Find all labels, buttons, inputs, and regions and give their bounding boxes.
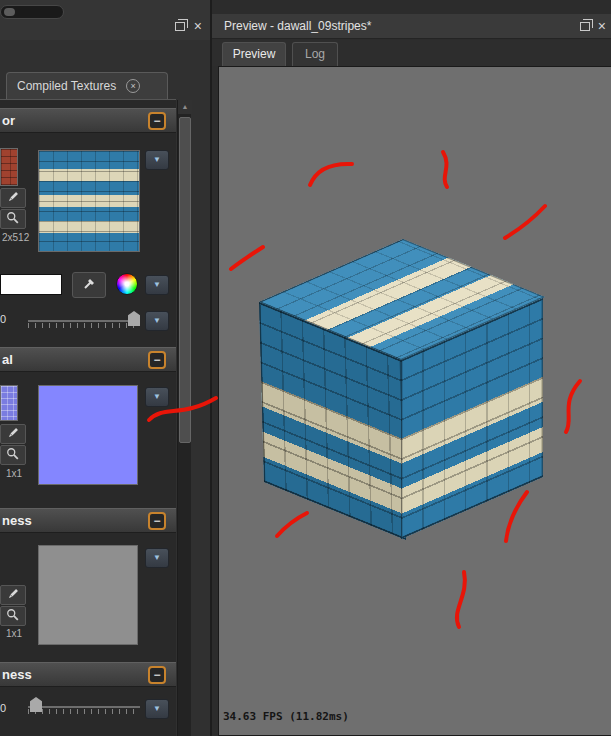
magnifier-icon [6, 211, 20, 228]
normal-texture-thumbnail-small[interactable] [0, 385, 18, 421]
normal-zoom-texture-button[interactable] [0, 445, 26, 465]
color-texture-size-label: 2x512 [2, 232, 29, 243]
preview-title: Preview - dawall_09stripes* [224, 19, 371, 33]
preview-tabbar: Preview Log [212, 40, 611, 66]
roughness-texture-size-label: 1x1 [6, 628, 22, 639]
roughness-texture-dropdown[interactable]: ▼ [145, 548, 169, 568]
mini-scrollbar[interactable] [0, 5, 64, 19]
left-panel-titlebar: × [0, 0, 210, 40]
section-header-metalness: ness − [0, 662, 176, 687]
eyedropper-button[interactable] [72, 272, 106, 298]
color-edit-texture-button[interactable] [0, 188, 26, 208]
section-title-roughness: ness [2, 513, 32, 528]
pencil-icon [6, 426, 20, 443]
normal-texture-dropdown[interactable]: ▼ [145, 387, 169, 407]
eyedropper-icon [81, 276, 97, 295]
color-slider-dropdown[interactable]: ▼ [145, 311, 169, 331]
float-panel-icon[interactable] [580, 22, 590, 31]
metalness-slider-ticks [28, 709, 140, 714]
color-slider-track[interactable] [28, 320, 140, 322]
close-panel-icon[interactable]: × [598, 19, 606, 33]
close-panel-icon[interactable]: × [194, 19, 202, 33]
tab-compiled-textures-label: Compiled Textures [17, 79, 116, 93]
metalness-slider-dropdown[interactable]: ▼ [145, 699, 169, 719]
section-title-normal: al [2, 352, 13, 367]
preview-panel: Preview - dawall_09stripes* × Preview Lo… [210, 0, 611, 736]
tab-preview[interactable]: Preview [222, 42, 286, 66]
pencil-icon [6, 587, 20, 604]
pencil-icon [6, 190, 20, 207]
section-title-metalness: ness [2, 667, 32, 682]
magnifier-icon [6, 447, 20, 464]
magnifier-icon [6, 608, 20, 625]
collapse-roughness-button[interactable]: − [148, 512, 166, 530]
material-editor-panel: × Compiled Textures × or − ▼ 2x512 ▼ 0 ▼… [0, 0, 210, 736]
preview-viewport[interactable]: 34.63 FPS (11.82ms) [218, 66, 611, 736]
color-texture-thumbnail-small[interactable] [0, 148, 18, 186]
collapse-color-button[interactable]: − [148, 112, 166, 130]
color-value-dropdown[interactable]: ▼ [145, 275, 169, 295]
color-texture-dropdown[interactable]: ▼ [145, 150, 169, 170]
section-title-color: or [2, 113, 15, 128]
color-zoom-texture-button[interactable] [0, 209, 26, 229]
normal-texture-size-label: 1x1 [6, 468, 22, 479]
collapse-normal-button[interactable]: − [148, 351, 166, 369]
color-wheel-button[interactable] [116, 273, 138, 295]
metalness-slider-value: 0 [0, 702, 6, 714]
float-panel-icon[interactable] [175, 22, 185, 31]
collapse-metalness-button[interactable]: − [148, 666, 166, 684]
normal-texture-thumbnail-large[interactable] [38, 385, 138, 485]
tab-close-icon[interactable]: × [126, 79, 140, 93]
preview-titlebar: Preview - dawall_09stripes* × [212, 14, 611, 39]
color-texture-thumbnail-large[interactable] [38, 150, 140, 252]
section-header-roughness: ness − [0, 508, 176, 533]
fps-counter: 34.63 FPS (11.82ms) [223, 710, 349, 723]
scrollbar-up-arrow[interactable]: ▲ [178, 100, 192, 114]
section-header-color: or − [0, 108, 176, 133]
preview-dock-controls: × [580, 19, 606, 33]
section-header-normal: al − [0, 347, 176, 372]
scrollbar-handle[interactable] [179, 117, 191, 443]
tab-compiled-textures[interactable]: Compiled Textures × [6, 72, 168, 99]
panel-scrollbar[interactable]: ▲ [177, 100, 191, 736]
mini-scrollbar-handle[interactable] [4, 8, 15, 16]
normal-edit-texture-button[interactable] [0, 424, 26, 444]
color-slider-ticks [28, 323, 140, 328]
color-swatch[interactable] [0, 274, 62, 295]
roughness-edit-texture-button[interactable] [0, 585, 26, 605]
metalness-slider-track[interactable] [28, 706, 140, 708]
roughness-texture-thumbnail-large[interactable] [38, 545, 138, 645]
left-dock-controls: × [175, 19, 202, 33]
tab-log[interactable]: Log [292, 42, 338, 66]
roughness-zoom-texture-button[interactable] [0, 606, 26, 626]
color-slider-value: 0 [0, 313, 6, 325]
